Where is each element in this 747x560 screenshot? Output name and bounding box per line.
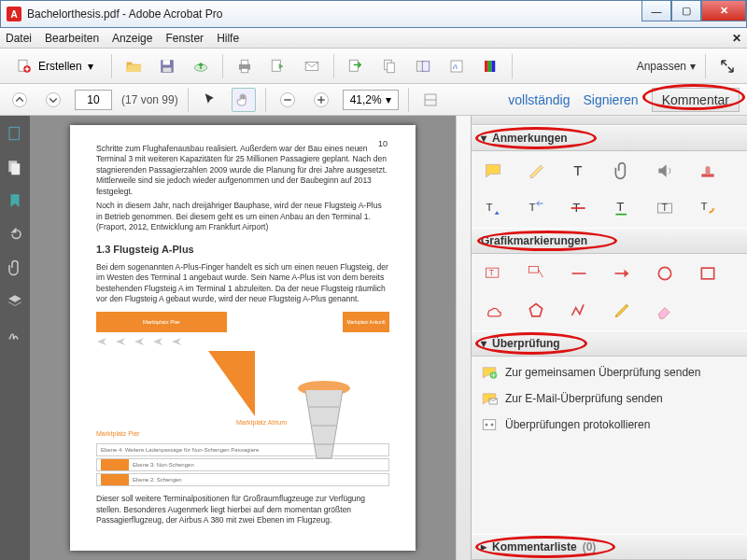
color-button[interactable]	[478, 54, 502, 78]
section-kommentarliste[interactable]: ▸ Kommentarliste (0)	[472, 534, 747, 560]
menu-bearbeiten[interactable]: Bearbeiten	[45, 32, 99, 45]
section-label: Anmerkungen	[492, 132, 568, 145]
svg-rect-13	[387, 63, 394, 73]
textbox-tool[interactable]: T	[655, 198, 675, 218]
zoom-out-button[interactable]	[275, 88, 300, 112]
anpassen-button[interactable]: Anpassen ▾	[637, 60, 696, 73]
pages-button[interactable]	[377, 54, 402, 78]
signatures-icon[interactable]	[7, 327, 23, 343]
stamp-tool[interactable]	[698, 161, 718, 181]
oval-tool[interactable]	[655, 263, 675, 284]
vollstaendig-link[interactable]: vollständig	[508, 92, 570, 107]
scrollbar[interactable]	[456, 116, 471, 560]
document-viewport[interactable]: 10 Schritte zum Flughafenausbau realisie…	[30, 116, 456, 560]
section-grafik[interactable]: Grafikmarkierungen	[472, 228, 747, 254]
highlight-tool[interactable]	[526, 161, 546, 181]
rectangle-tool[interactable]	[698, 263, 718, 284]
toolbar-main: Erstellen ▾ Anpassen ▾	[0, 49, 747, 84]
chevron-down-icon: ▾	[88, 60, 93, 73]
export-button[interactable]	[344, 54, 368, 78]
underline-tool[interactable]: T	[612, 198, 632, 218]
page-number: 10	[378, 138, 388, 149]
zoom-in-button[interactable]	[309, 88, 333, 112]
svg-rect-52	[483, 420, 496, 430]
line-tool[interactable]	[569, 263, 589, 284]
menu-datei[interactable]: Datei	[6, 32, 32, 45]
pencil-tool[interactable]	[612, 301, 632, 321]
print-button[interactable]	[233, 54, 257, 78]
close-button[interactable]: ✕	[701, 1, 746, 21]
signieren-link[interactable]: Signieren	[583, 92, 638, 107]
strikeout-tool[interactable]: T	[569, 198, 589, 218]
svg-rect-45	[529, 267, 539, 273]
audio-tool[interactable]	[655, 161, 675, 181]
page-down-button[interactable]	[41, 88, 65, 112]
zoom-value[interactable]: 41,2%▾	[343, 90, 399, 110]
page-count-label: (17 von 99)	[121, 93, 178, 106]
section-anmerkungen[interactable]: ▾ Anmerkungen	[472, 125, 747, 151]
combine-button[interactable]	[411, 54, 435, 78]
minimize-button[interactable]: —	[641, 1, 671, 21]
window-titlebar: A Bachelorthesis.pdf - Adobe Acrobat Pro…	[0, 0, 747, 28]
erstellen-label: Erstellen	[38, 60, 82, 73]
hand-tool-button[interactable]	[232, 88, 256, 112]
review-email-button[interactable]: Zur E-Mail-Überprüfung senden	[481, 390, 738, 407]
page-number-input[interactable]	[75, 90, 112, 110]
review-actions: Zur gemeinsamen Überprüfung senden Zur E…	[472, 357, 747, 441]
replace-text-tool[interactable]: T	[526, 198, 546, 218]
select-tool-button[interactable]	[198, 88, 222, 112]
kommentar-tab[interactable]: Kommentar	[652, 88, 740, 112]
textbox-draw-tool[interactable]: T	[483, 263, 503, 284]
insert-text-tool[interactable]: T	[483, 198, 503, 218]
layers-icon[interactable]	[7, 293, 23, 310]
menu-hilfe[interactable]: Hilfe	[217, 32, 239, 45]
anpassen-label: Anpassen	[637, 60, 686, 73]
menubar-close-icon[interactable]: ✕	[732, 32, 741, 45]
review-shared-button[interactable]: Zur gemeinsamen Überprüfung senden	[481, 364, 738, 381]
open-button[interactable]	[121, 54, 146, 78]
callout-draw-tool[interactable]	[526, 263, 546, 284]
attachment-icon[interactable]	[7, 259, 23, 276]
save-button[interactable]	[155, 54, 179, 78]
svg-rect-17	[485, 61, 488, 72]
section-ueberpruefung[interactable]: ▾ Überprüfung	[472, 330, 747, 357]
mail-button[interactable]	[300, 54, 324, 78]
sticky-note-tool[interactable]	[483, 161, 503, 181]
callout-tool[interactable]: T	[698, 198, 718, 218]
comment-panel: ▾ Anmerkungen T T T T T T T Grafikmarkie…	[471, 116, 747, 560]
create-icon	[16, 58, 33, 75]
svg-rect-8	[241, 68, 248, 73]
menu-anzeige[interactable]: Anzeige	[112, 32, 152, 45]
attach-tool[interactable]	[612, 161, 632, 181]
doc-para: Dieser soll weitere Terminalpositionen f…	[96, 494, 389, 525]
menu-fenster[interactable]: Fenster	[165, 32, 204, 45]
page-up-button[interactable]	[7, 88, 32, 112]
fullscreen-button[interactable]	[715, 54, 740, 78]
doc-figure: Marktplatz Pier Marktplatz Ankunft	[96, 312, 389, 486]
svg-point-48	[658, 267, 670, 279]
review-track-button[interactable]: Überprüfungen protokollieren	[481, 416, 738, 433]
svg-text:T: T	[662, 203, 668, 213]
svg-point-53	[486, 424, 488, 427]
sign-button[interactable]	[444, 54, 469, 78]
cloud-tool[interactable]	[483, 301, 503, 321]
svg-rect-25	[9, 127, 20, 140]
share-button[interactable]	[266, 54, 290, 78]
text-tool[interactable]: T	[569, 161, 589, 181]
svg-rect-15	[422, 61, 430, 71]
fit-width-button[interactable]	[418, 88, 443, 112]
doc-heading: 1.3 Flugsteig A-Plus	[96, 243, 389, 257]
chevron-down-icon: ▾	[481, 337, 486, 350]
arrow-tool[interactable]	[612, 263, 632, 284]
maximize-button[interactable]: ▢	[671, 1, 701, 21]
erstellen-button[interactable]: Erstellen ▾	[7, 54, 102, 78]
cloud-button[interactable]	[189, 54, 213, 78]
polyline-tool[interactable]	[569, 301, 589, 321]
bookmark-icon[interactable]	[7, 192, 23, 209]
undo-icon[interactable]	[7, 226, 23, 243]
polygon-tool[interactable]	[526, 301, 546, 321]
thumbnails-icon[interactable]	[7, 125, 23, 142]
pages-icon[interactable]	[7, 159, 23, 175]
eraser-tool[interactable]	[655, 301, 675, 321]
pdf-page: 10 Schritte zum Flughafenausbau realisie…	[70, 125, 416, 551]
